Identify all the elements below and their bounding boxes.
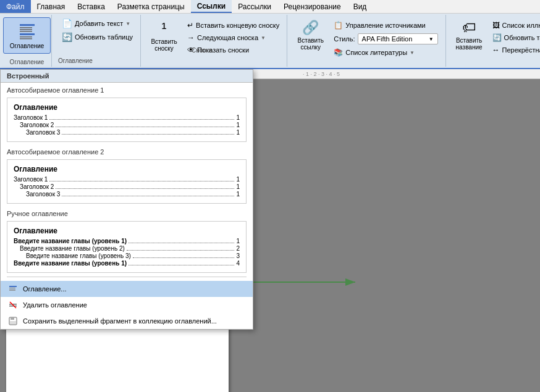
menu-home[interactable]: Главная [31, 0, 72, 13]
toc2-line2: Заголовок 2 1 [14, 183, 240, 190]
svg-rect-1 [20, 27, 32, 28]
menu-view[interactable]: Вид [347, 0, 373, 13]
svg-rect-12 [9, 306, 17, 307]
svg-line-13 [10, 302, 16, 308]
toc-preview-2[interactable]: Оглавление Заголовок 1 1 Заголовок 2 1 З… [7, 159, 247, 204]
add-text-arrow: ▼ [125, 21, 130, 27]
toc2-line1: Заголовок 1 1 [14, 176, 240, 183]
menu-bar: Файл Главная Вставка Разметка страницы С… [0, 0, 540, 14]
menu-insert[interactable]: Вставка [71, 0, 111, 13]
toc-settings-icon [8, 284, 18, 294]
toc1-line3: Заголовок 3 1 [14, 129, 240, 136]
insert-footnote-button[interactable]: ¹ Вставить сноску [147, 17, 181, 54]
divider [7, 277, 247, 277]
svg-rect-10 [9, 290, 15, 291]
toc-button[interactable]: Оглавление [3, 17, 51, 54]
svg-rect-2 [20, 29, 32, 30]
toc-label: Оглавление [10, 43, 44, 49]
section3-label: Ручное оглавление [1, 206, 253, 219]
section1-label: Автособираемое оглавление 1 [1, 83, 253, 95]
toc3-line2: Введите название главы (уровень 2) 2 [14, 245, 240, 252]
style-select[interactable]: APA Fifth Edition ▼ [358, 33, 438, 44]
add-text-button[interactable]: 📄 Добавить текст ▼ [58, 17, 137, 30]
footnotes-group-label: Сноски [192, 46, 212, 54]
svg-rect-8 [9, 288, 15, 288]
svg-rect-3 [20, 31, 32, 32]
toc3-line3: Введите название главы (уровень 3) 3 [14, 252, 240, 259]
ribbon: Оглавление Оглавление 📄 Добавить текст ▼… [0, 14, 540, 69]
illustrations-button[interactable]: 🖼 Список иллюстраций [489, 20, 540, 31]
svg-rect-6 [20, 38, 32, 40]
insert-name-icon: 🏷 [462, 20, 476, 36]
menu-review[interactable]: Рецензирование [277, 0, 347, 13]
save-toc-icon [8, 316, 18, 326]
toc3-line4: Введите название главы (уровень 1) 4 [14, 260, 240, 267]
svg-rect-7 [9, 286, 17, 287]
insert-endnote-button[interactable]: ↵ Вставить концевую сноску [184, 20, 283, 31]
update-table-icon: 🔄 [62, 32, 72, 42]
crossref-button[interactable]: ↔ Перекрёстная ссылка [489, 44, 540, 56]
ruler: · 1 · 2 · 3 · 4 · 5 [253, 69, 540, 79]
manage-sources-button[interactable]: 📋 Управление источниками [330, 20, 441, 31]
toc1-title: Оглавление [14, 103, 240, 112]
svg-rect-4 [20, 33, 35, 35]
literature-button[interactable]: 📚 Список литературы ▼ [330, 47, 441, 58]
update-table-button[interactable]: 🔄 Обновить таблицу [58, 31, 137, 43]
toc-group-label: Оглавление [10, 57, 44, 65]
insert-name-button[interactable]: 🏷 Вставить название [452, 17, 486, 53]
svg-rect-15 [11, 317, 14, 320]
delete-toc-action[interactable]: Удалить оглавление [1, 297, 253, 313]
menu-file[interactable]: Файл [0, 0, 31, 13]
toc1-line2: Заголовок 2 1 [14, 122, 240, 128]
toc1-line1: Заголовок 1 1 [14, 114, 240, 121]
save-toc-action[interactable]: Сохранить выделенный фрагмент в коллекци… [1, 313, 253, 329]
section2-label: Автособираемое оглавление 2 [1, 144, 253, 157]
style-dropdown[interactable]: Стиль: APA Fifth Edition ▼ [330, 32, 441, 46]
toc2-line3: Заголовок 3 1 [14, 191, 240, 198]
footnote-icon: ¹ [162, 20, 167, 37]
insert-link-button[interactable]: 🔗 Вставить ссылку [293, 17, 327, 53]
menu-refs[interactable]: Ссылки [191, 0, 232, 13]
menu-mailings[interactable]: Рассылки [232, 0, 277, 13]
toc-preview-3[interactable]: Оглавление Введите название главы (урове… [7, 221, 247, 273]
toc-group: Оглавление Оглавление [2, 15, 52, 67]
toc-icon [17, 22, 37, 41]
toc-settings-action[interactable]: Оглавление... [1, 281, 253, 297]
toc3-line1: Введите название главы (уровень 1) 1 [14, 238, 240, 244]
insert-link-icon: 🔗 [302, 20, 319, 36]
toc-group-label2: Оглавление [58, 56, 137, 64]
style-arrow: ▼ [429, 36, 434, 42]
dropdown-header: Встроенный [1, 70, 253, 83]
svg-rect-5 [20, 36, 32, 38]
svg-rect-0 [20, 24, 35, 26]
toc-dropdown-panel: Встроенный Автособираемое оглавление 1 О… [0, 69, 253, 330]
svg-rect-16 [10, 321, 16, 324]
main-area: Встроенный Автособираемое оглавление 1 О… [0, 69, 540, 392]
toc2-title: Оглавление [14, 165, 240, 173]
delete-toc-icon [8, 300, 18, 310]
toc-preview-1[interactable]: Оглавление Заголовок 1 1 Заголовок 2 1 З… [7, 98, 247, 142]
svg-rect-9 [9, 289, 15, 290]
add-text-icon: 📄 [62, 19, 72, 28]
arrow-indicator [250, 273, 361, 293]
next-footnote-button[interactable]: → Следующая сноска ▼ [184, 32, 283, 43]
toc3-title: Оглавление [14, 227, 240, 235]
update-table2-button[interactable]: 🔄 Обновить таблицу [489, 32, 540, 43]
menu-page-layout[interactable]: Разметка страницы [111, 0, 191, 13]
